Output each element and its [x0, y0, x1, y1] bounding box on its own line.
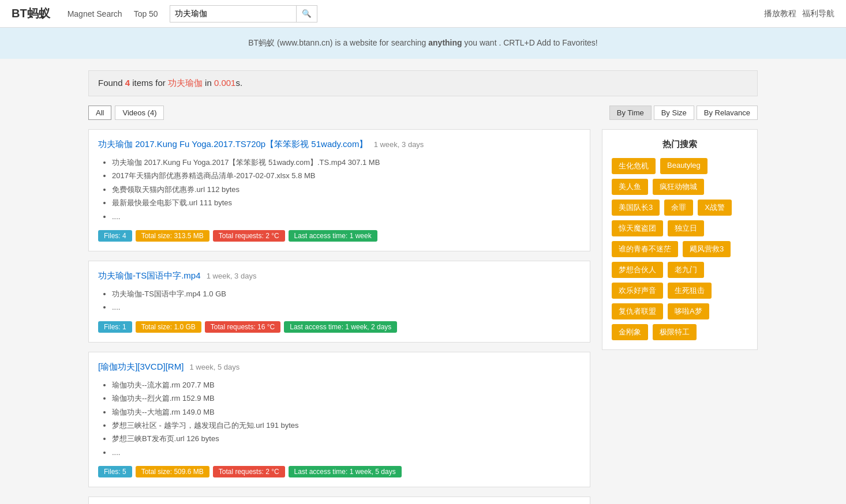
- hot-search-box: 热门搜索 生化危机 Beautyleg 美人鱼 疯狂动物城 美国队长3 余罪 X…: [602, 129, 758, 350]
- result-files: 功夫瑜伽 2017.Kung Fu Yoga.2017【笨笨影视 51wady.…: [98, 156, 581, 223]
- result-query: 功夫瑜伽: [168, 78, 203, 88]
- sort-by-relevance[interactable]: By Relavance: [697, 106, 758, 120]
- tag[interactable]: 梦想合伙人: [612, 262, 663, 278]
- result-title-link[interactable]: [瑜伽功夫][3VCD][RM]: [98, 362, 184, 371]
- result-meta: Files: 1 Total size: 1.0 GB Total reques…: [98, 321, 581, 333]
- banner: BT蚂蚁 (www.btann.cn) is a website for sea…: [0, 28, 846, 59]
- files-badge: Files: 4: [98, 230, 132, 242]
- list-item: ....: [112, 210, 581, 223]
- banner-text-suffix: you want . CRTL+D Add to Favorites!: [462, 38, 598, 47]
- result-title-link[interactable]: 功夫瑜伽-TS国语中字.mp4: [98, 270, 201, 280]
- sort-by-time[interactable]: By Time: [609, 106, 652, 120]
- list-item: 梦想三峡社区 - 越学习，越发现自己的无知.url 191 bytes: [112, 419, 581, 432]
- summary-middle: items for: [130, 78, 168, 88]
- play-tutorial-link[interactable]: 播放教程: [764, 9, 796, 19]
- result-card: 《功夫瑜伽》Kung Fu Yoga 极幻天堂 戒网(LWgod.com) 10…: [88, 497, 590, 504]
- result-age: 1 week, 3 days: [207, 272, 257, 280]
- result-age: 1 week, 5 days: [190, 363, 240, 371]
- size-badge: Total size: 313.5 MB: [136, 230, 209, 242]
- tag[interactable]: 复仇者联盟: [612, 303, 663, 319]
- list-item: 2017年天猫内部优惠券精选商品清单-2017-02-07.xlsx 5.8 M…: [112, 169, 581, 182]
- result-title: [瑜伽功夫][3VCD][RM] 1 week, 5 days: [98, 362, 581, 373]
- requests-badge: Total requests: 16 °C: [205, 321, 281, 333]
- result-summary: Found 4 items for 功夫瑜伽 in 0.001s.: [88, 70, 758, 96]
- result-card: 功夫瑜伽 2017.Kung Fu Yoga.2017.TS720p【笨笨影视 …: [88, 129, 590, 251]
- filter-left: All Videos (4): [88, 106, 164, 120]
- list-item: 瑜伽功夫--流水篇.rm 207.7 MB: [112, 378, 581, 392]
- result-count: 4: [125, 78, 130, 88]
- list-item: 功夫瑜伽-TS国语中字.mp4 1.0 GB: [112, 287, 581, 300]
- result-title: 功夫瑜伽 2017.Kung Fu Yoga.2017.TS720p【笨笨影视 …: [98, 139, 581, 150]
- search-input[interactable]: [170, 5, 297, 22]
- sort-buttons: By Time By Size By Relavance: [609, 106, 758, 120]
- list-item: 功夫瑜伽 2017.Kung Fu Yoga.2017【笨笨影视 51wady.…: [112, 156, 581, 169]
- size-badge: Total size: 1.0 GB: [136, 321, 201, 333]
- access-badge: Last access time: 1 week: [289, 230, 377, 242]
- tag[interactable]: 欢乐好声音: [612, 283, 663, 299]
- sort-by-size[interactable]: By Size: [654, 106, 694, 120]
- tag[interactable]: 美国队长3: [612, 200, 660, 216]
- search-icon: 🔍: [302, 9, 312, 18]
- tag[interactable]: 老九门: [668, 262, 704, 278]
- list-item: 瑜伽功夫--烈火篇.rm 152.9 MB: [112, 392, 581, 405]
- tag[interactable]: 独立日: [668, 220, 704, 236]
- tag[interactable]: 谁的青春不迷茫: [612, 241, 678, 257]
- header-right-links: 播放教程 福利导航: [764, 9, 834, 19]
- welfare-nav-link[interactable]: 福利导航: [802, 9, 834, 19]
- filter-videos[interactable]: Videos (4): [115, 106, 164, 120]
- requests-badge: Total requests: 2 °C: [213, 466, 285, 477]
- tag[interactable]: X战警: [698, 200, 732, 216]
- site-logo[interactable]: BT蚂蚁: [12, 6, 50, 21]
- content-layout: 功夫瑜伽 2017.Kung Fu Yoga.2017.TS720p【笨笨影视 …: [88, 129, 758, 504]
- sidebar: 热门搜索 生化危机 Beautyleg 美人鱼 疯狂动物城 美国队长3 余罪 X…: [602, 129, 758, 504]
- result-title-link[interactable]: 功夫瑜伽 2017.Kung Fu Yoga.2017.TS720p【笨笨影视 …: [98, 139, 368, 149]
- summary-suffix: s.: [235, 78, 242, 88]
- header: BT蚂蚁 Magnet Search Top 50 🔍 播放教程 福利导航: [0, 0, 846, 28]
- result-files: 瑜伽功夫--流水篇.rm 207.7 MB 瑜伽功夫--烈火篇.rm 152.9…: [98, 378, 581, 459]
- list-item: 梦想三峡BT发布页.url 126 bytes: [112, 432, 581, 445]
- nav-top50[interactable]: Top 50: [134, 9, 158, 18]
- nav-magnet-search[interactable]: Magnet Search: [68, 9, 122, 18]
- access-badge: Last access time: 1 week, 2 days: [284, 321, 397, 333]
- tag[interactable]: 生化危机: [612, 158, 656, 174]
- search-button[interactable]: 🔍: [297, 5, 317, 22]
- list-item: 瑜伽功夫--大地篇.rm 149.0 MB: [112, 405, 581, 419]
- main-nav: Magnet Search Top 50: [68, 9, 158, 18]
- list-item: ....: [112, 446, 581, 459]
- result-age: 1 week, 3 days: [374, 140, 424, 149]
- tag-cloud: 生化危机 Beautyleg 美人鱼 疯狂动物城 美国队长3 余罪 X战警 惊天…: [612, 158, 748, 340]
- access-badge: Last access time: 1 week, 5 days: [289, 466, 402, 477]
- result-title: 功夫瑜伽-TS国语中字.mp4 1 week, 3 days: [98, 270, 581, 281]
- tag[interactable]: Beautyleg: [660, 158, 708, 174]
- result-card: 功夫瑜伽-TS国语中字.mp4 1 week, 3 days 功夫瑜伽-TS国语…: [88, 261, 590, 343]
- tag[interactable]: 疯狂动物城: [653, 179, 704, 195]
- tag[interactable]: 飓风营救3: [683, 241, 731, 257]
- summary-prefix: Found: [98, 78, 125, 88]
- files-badge: Files: 5: [98, 466, 132, 477]
- list-item: 免费领取天猫内部优惠券.url 112 bytes: [112, 183, 581, 196]
- result-time: 0.001: [214, 78, 236, 88]
- list-item: ....: [112, 300, 581, 314]
- filter-bar: All Videos (4) By Time By Size By Relava…: [88, 106, 758, 120]
- tag[interactable]: 惊天魔盗团: [612, 220, 663, 236]
- main-content: Found 4 items for 功夫瑜伽 in 0.001s. All Vi…: [77, 59, 769, 504]
- tag[interactable]: 生死狙击: [668, 283, 712, 299]
- tag[interactable]: 美人鱼: [612, 179, 648, 195]
- summary-suffix-prefix: in: [203, 78, 214, 88]
- hot-search-title: 热门搜索: [612, 139, 748, 150]
- result-files: 功夫瑜伽-TS国语中字.mp4 1.0 GB ....: [98, 287, 581, 314]
- tag[interactable]: 哆啦A梦: [668, 303, 709, 319]
- files-badge: Files: 1: [98, 321, 132, 333]
- filter-all[interactable]: All: [88, 106, 111, 120]
- requests-badge: Total requests: 2 °C: [213, 230, 285, 242]
- result-card: [瑜伽功夫][3VCD][RM] 1 week, 5 days 瑜伽功夫--流水…: [88, 352, 590, 487]
- tag[interactable]: 金刚象: [612, 324, 648, 340]
- tag[interactable]: 极限特工: [653, 324, 697, 340]
- banner-text-bold: anything: [428, 38, 462, 47]
- banner-text-prefix: BT蚂蚁 (www.btann.cn) is a website for sea…: [248, 38, 428, 47]
- search-form: 🔍: [170, 5, 317, 22]
- tag[interactable]: 余罪: [664, 200, 693, 216]
- result-meta: Files: 4 Total size: 313.5 MB Total requ…: [98, 230, 581, 242]
- list-item: 最新最快最全电影下载.url 111 bytes: [112, 196, 581, 209]
- results-column: 功夫瑜伽 2017.Kung Fu Yoga.2017.TS720p【笨笨影视 …: [88, 129, 590, 504]
